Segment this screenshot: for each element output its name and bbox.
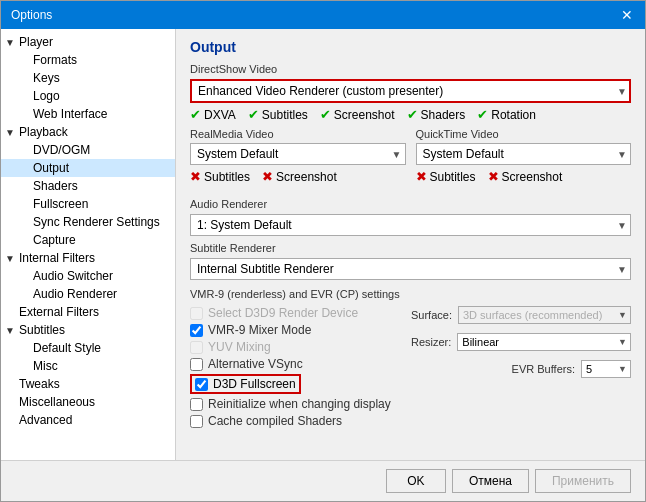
subtitles-checkmark: ✔ <box>248 107 259 122</box>
realmedia-dropdown[interactable]: System Default <box>190 143 406 165</box>
sidebar-item-misc[interactable]: Misc <box>1 357 175 375</box>
sidebar-item-default-style[interactable]: Default Style <box>1 339 175 357</box>
quicktime-label: QuickTime Video <box>416 128 632 140</box>
apply-button[interactable]: Применить <box>535 469 631 493</box>
cb-cache-input[interactable] <box>190 415 203 428</box>
qt-subtitles-item: ✖ Subtitles <box>416 169 476 184</box>
sidebar-item-label: Player <box>19 35 53 49</box>
evr-buffers-label: EVR Buffers: <box>512 363 575 375</box>
sidebar-item-label: Default Style <box>33 341 101 355</box>
sidebar-item-output[interactable]: Output <box>1 159 175 177</box>
rm-subtitles-label: Subtitles <box>204 170 250 184</box>
sidebar-item-audio-renderer[interactable]: Audio Renderer <box>1 285 175 303</box>
sidebar-item-label: Fullscreen <box>33 197 88 211</box>
sidebar-item-label: Audio Switcher <box>33 269 113 283</box>
media-dropdowns-row: RealMedia Video System Default ▼ ✖ Subti… <box>190 128 631 190</box>
close-button[interactable]: ✕ <box>619 7 635 23</box>
sidebar-item-label: DVD/OGM <box>33 143 90 157</box>
sidebar-item-audio-switcher[interactable]: Audio Switcher <box>1 267 175 285</box>
cb-cache-row: Cache compiled Shaders <box>190 414 411 428</box>
cb-vmr9-mixer-label: VMR-9 Mixer Mode <box>208 323 311 337</box>
sidebar-item-keys[interactable]: Keys <box>1 69 175 87</box>
realmedia-label: RealMedia Video <box>190 128 406 140</box>
dxva-check-item: ✔ DXVA <box>190 107 236 122</box>
realmedia-dropdown-container: System Default ▼ <box>190 143 406 165</box>
rm-screenshot-label: Screenshot <box>276 170 337 184</box>
sidebar-item-web-interface[interactable]: Web Interface <box>1 105 175 123</box>
qt-screenshot-x: ✖ <box>488 169 499 184</box>
sidebar-item-label: Output <box>33 161 69 175</box>
cb-d3d-fullscreen-input[interactable] <box>195 378 208 391</box>
section-title: Output <box>190 39 631 55</box>
audio-renderer-dropdown[interactable]: 1: System Default <box>190 214 631 236</box>
vmr-right: Surface: 3D surfaces (recommended) ▼ Res… <box>411 306 631 431</box>
sidebar-item-internal-filters[interactable]: ▼ Internal Filters <box>1 249 175 267</box>
subtitle-renderer-container: Internal Subtitle Renderer ▼ <box>190 258 631 280</box>
sidebar-item-dvd-ogm[interactable]: DVD/OGM <box>1 141 175 159</box>
rm-screenshot-x: ✖ <box>262 169 273 184</box>
rm-subtitles-x: ✖ <box>190 169 201 184</box>
resizer-dropdown[interactable]: Bilinear <box>457 333 631 351</box>
cb-alt-vsync-label: Alternative VSync <box>208 357 303 371</box>
dxva-checkmark: ✔ <box>190 107 201 122</box>
shaders-label: Shaders <box>421 108 466 122</box>
screenshot-label: Screenshot <box>334 108 395 122</box>
sidebar-item-label: Sync Renderer Settings <box>33 215 160 229</box>
sidebar-item-player[interactable]: ▼ Player <box>1 33 175 51</box>
quicktime-col: QuickTime Video System Default ▼ ✖ Subti… <box>416 128 632 190</box>
sidebar-item-subtitles[interactable]: ▼ Subtitles <box>1 321 175 339</box>
realmedia-col: RealMedia Video System Default ▼ ✖ Subti… <box>190 128 406 190</box>
evr-dropdown[interactable]: Enhanced Video Renderer (custom presente… <box>190 79 631 103</box>
cb-yuv-mixing-input[interactable] <box>190 341 203 354</box>
cb-reinitialize-input[interactable] <box>190 398 203 411</box>
evr-buffers-dropdown[interactable]: 5 <box>581 360 631 378</box>
sidebar-item-label: Web Interface <box>33 107 107 121</box>
sidebar-item-external-filters[interactable]: External Filters <box>1 303 175 321</box>
sidebar-item-miscellaneous[interactable]: Miscellaneous <box>1 393 175 411</box>
sidebar-item-label: Internal Filters <box>19 251 95 265</box>
sidebar-item-label: Playback <box>19 125 68 139</box>
realmedia-checks: ✖ Subtitles ✖ Screenshot <box>190 169 406 184</box>
surface-dropdown[interactable]: 3D surfaces (recommended) <box>458 306 631 324</box>
quicktime-dropdown[interactable]: System Default <box>416 143 632 165</box>
subtitle-renderer-dropdown[interactable]: Internal Subtitle Renderer <box>190 258 631 280</box>
cb-vmr9-mixer-input[interactable] <box>190 324 203 337</box>
sidebar-item-label: Audio Renderer <box>33 287 117 301</box>
sidebar-item-formats[interactable]: Formats <box>1 51 175 69</box>
sidebar-item-advanced[interactable]: Advanced <box>1 411 175 429</box>
sidebar-item-label: Keys <box>33 71 60 85</box>
cb-select-d3d9-input[interactable] <box>190 307 203 320</box>
sidebar-item-label: Subtitles <box>19 323 65 337</box>
sidebar-item-tweaks[interactable]: Tweaks <box>1 375 175 393</box>
title-bar: Options ✕ <box>1 1 645 29</box>
sidebar-item-capture[interactable]: Capture <box>1 231 175 249</box>
sidebar: ▼ Player Formats Keys Logo Web Interface <box>1 29 176 460</box>
cb-alt-vsync-input[interactable] <box>190 358 203 371</box>
checks-row: ✔ DXVA ✔ Subtitles ✔ Screenshot ✔ Shader… <box>190 107 631 122</box>
sidebar-item-label: Misc <box>33 359 58 373</box>
resizer-dropdown-wrap: Bilinear ▼ <box>457 333 631 351</box>
surface-dropdown-wrap: 3D surfaces (recommended) ▼ <box>458 306 631 324</box>
options-window: Options ✕ ▼ Player Formats Keys Logo <box>0 0 646 502</box>
sidebar-item-label: External Filters <box>19 305 99 319</box>
sidebar-item-playback[interactable]: ▼ Playback <box>1 123 175 141</box>
ok-button[interactable]: OK <box>386 469 446 493</box>
cb-yuv-mixing-row: YUV Mixing <box>190 340 411 354</box>
rm-screenshot-item: ✖ Screenshot <box>262 169 337 184</box>
sidebar-item-label: Miscellaneous <box>19 395 95 409</box>
sidebar-item-sync-renderer[interactable]: Sync Renderer Settings <box>1 213 175 231</box>
vmr-label: VMR-9 (renderless) and EVR (CP) settings <box>190 288 631 300</box>
qt-screenshot-label: Screenshot <box>502 170 563 184</box>
quicktime-checks: ✖ Subtitles ✖ Screenshot <box>416 169 632 184</box>
sidebar-item-label: Shaders <box>33 179 78 193</box>
sidebar-item-logo[interactable]: Logo <box>1 87 175 105</box>
subtitle-renderer-label: Subtitle Renderer <box>190 242 631 254</box>
vmr-section: VMR-9 (renderless) and EVR (CP) settings… <box>190 288 631 431</box>
audio-renderer-container: 1: System Default ▼ <box>190 214 631 236</box>
sidebar-item-fullscreen[interactable]: Fullscreen <box>1 195 175 213</box>
sidebar-item-shaders[interactable]: Shaders <box>1 177 175 195</box>
sidebar-item-label: Tweaks <box>19 377 60 391</box>
cancel-button[interactable]: Отмена <box>452 469 529 493</box>
footer: OK Отмена Применить <box>1 460 645 501</box>
window-title: Options <box>11 8 52 22</box>
